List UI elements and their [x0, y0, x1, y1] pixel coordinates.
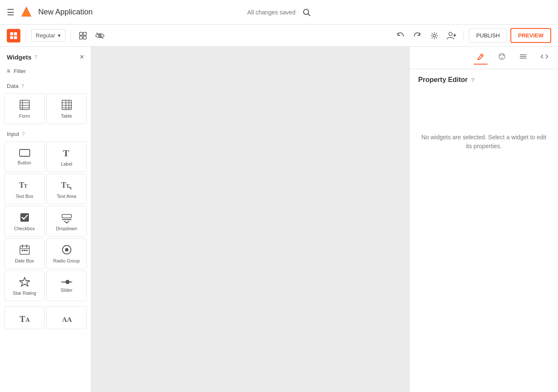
widget-textarea[interactable]: T T Text Area — [46, 174, 87, 204]
widgets-header: Widgets ? × — [0, 47, 91, 66]
svg-marker-49 — [20, 277, 30, 286]
svg-rect-8 — [79, 32, 82, 35]
input-section-label: Input ? — [0, 127, 91, 140]
label-icon: T — [61, 147, 73, 159]
dropdown-label: Dropdown — [56, 226, 77, 231]
widget-button[interactable]: Button — [4, 141, 45, 172]
publish-button[interactable]: PUBLISH — [469, 28, 507, 42]
widget-form[interactable]: Form — [4, 93, 45, 124]
datebox-label: Date Box — [15, 258, 34, 263]
search-icon[interactable] — [302, 8, 311, 17]
widget-richtext[interactable]: T A — [4, 306, 45, 329]
right-panel: Property Editor ? No widgets are selecte… — [409, 47, 558, 392]
filter-row[interactable]: ≡ Filter — [0, 66, 91, 79]
orange-squares-icon[interactable] — [7, 29, 20, 42]
widget-radiogroup[interactable]: Radio Group — [46, 238, 87, 269]
data-help-icon[interactable]: ? — [21, 83, 24, 89]
tab-data[interactable] — [516, 51, 530, 65]
property-editor-empty-state: No widgets are selected. Select a widget… — [410, 107, 558, 176]
widgets-title: Widgets — [7, 54, 31, 61]
widgets-title-row: Widgets ? — [7, 54, 37, 61]
svg-line-3 — [308, 14, 310, 16]
svg-point-14 — [433, 34, 436, 37]
filter-icon: ≡ — [7, 68, 10, 74]
input-label-text: Input — [7, 131, 19, 137]
textbox-icon: T T — [18, 179, 31, 191]
radiogroup-icon — [61, 244, 73, 256]
hamburger-icon[interactable]: ☰ — [7, 7, 14, 17]
input-help-icon[interactable]: ? — [22, 131, 25, 137]
property-editor-section: Property Editor ? — [410, 69, 558, 107]
widget-heading[interactable]: AA — [46, 306, 87, 329]
svg-rect-18 — [20, 100, 29, 110]
svg-rect-6 — [10, 36, 13, 39]
textbox-label: Text Box — [15, 194, 33, 199]
textarea-label: Text Area — [57, 194, 76, 199]
svg-rect-45 — [24, 250, 25, 251]
richtext-icon: T A — [19, 312, 31, 324]
svg-rect-9 — [83, 32, 86, 35]
widget-datebox[interactable]: Date Box — [4, 238, 45, 269]
widget-textbox[interactable]: T T Text Box — [4, 174, 45, 204]
nav-left: ☰ New Application — [7, 5, 381, 20]
canvas-inner — [91, 47, 409, 392]
widget-dropdown[interactable]: Dropdown — [46, 206, 87, 237]
svg-rect-10 — [79, 36, 82, 39]
widget-starrating[interactable]: Star Rating — [4, 271, 45, 301]
dropdown-icon — [61, 212, 73, 223]
svg-text:T: T — [63, 148, 69, 158]
tab-code[interactable] — [538, 51, 551, 65]
app-logo — [19, 5, 34, 20]
toolbar-divider-2 — [71, 31, 71, 41]
widget-table[interactable]: Table — [46, 93, 87, 124]
add-user-button[interactable] — [445, 29, 458, 42]
slider-icon — [61, 279, 73, 285]
widgets-help-icon[interactable]: ? — [34, 54, 37, 60]
svg-point-51 — [65, 280, 70, 284]
table-label: Table — [61, 113, 72, 118]
textarea-icon: T T — [60, 179, 73, 191]
nav-center: All changes saved — [247, 8, 311, 17]
property-editor-help-icon[interactable]: ? — [471, 77, 474, 83]
main-layout: Widgets ? × ≡ Filter Data ? — [0, 47, 558, 392]
svg-point-59 — [503, 55, 504, 56]
svg-point-48 — [65, 248, 68, 251]
chevron-down-icon: ▾ — [58, 32, 61, 39]
svg-rect-4 — [10, 32, 13, 35]
data-section-label: Data ? — [0, 79, 91, 92]
redo-button[interactable] — [411, 29, 424, 42]
svg-point-15 — [449, 32, 452, 36]
widget-label[interactable]: T Label — [46, 141, 87, 172]
svg-text:A: A — [25, 317, 30, 323]
input-widgets-grid: Button T Label T T Text Bo — [0, 140, 91, 305]
regular-dropdown[interactable]: Regular ▾ — [31, 29, 65, 42]
property-editor-title-text: Property Editor — [418, 76, 467, 84]
svg-rect-23 — [62, 100, 71, 110]
svg-point-60 — [501, 57, 503, 59]
svg-rect-44 — [22, 250, 23, 251]
top-nav: ☰ New Application All changes saved — [0, 0, 558, 25]
app-title: New Application — [38, 8, 93, 17]
data-widgets-grid: Form Table — [0, 92, 91, 127]
undo-button[interactable] — [394, 29, 407, 42]
canvas-area[interactable] — [91, 47, 409, 392]
grid-icon-button[interactable] — [76, 29, 90, 42]
svg-text:T: T — [66, 183, 70, 189]
button-label: Button — [18, 160, 31, 165]
widgets-close-button[interactable]: × — [79, 53, 84, 62]
datebox-icon — [19, 244, 31, 256]
eye-slash-icon-button[interactable] — [93, 29, 107, 42]
widget-slider[interactable]: Slider — [46, 271, 87, 301]
tab-theme[interactable] — [495, 51, 509, 65]
checkbox-label: Checkbox — [14, 226, 35, 231]
property-editor-title: Property Editor ? — [418, 76, 550, 84]
slider-label: Slider — [60, 288, 72, 293]
svg-rect-11 — [83, 36, 86, 39]
checkbox-icon — [19, 212, 31, 223]
widget-checkbox[interactable]: Checkbox — [4, 206, 45, 237]
toolbar-divider-1 — [25, 31, 26, 41]
settings-button[interactable] — [428, 29, 441, 42]
tab-style[interactable] — [474, 51, 487, 65]
preview-button[interactable]: PREVIEW — [510, 28, 551, 43]
toolbar-left: Regular ▾ — [7, 29, 107, 42]
